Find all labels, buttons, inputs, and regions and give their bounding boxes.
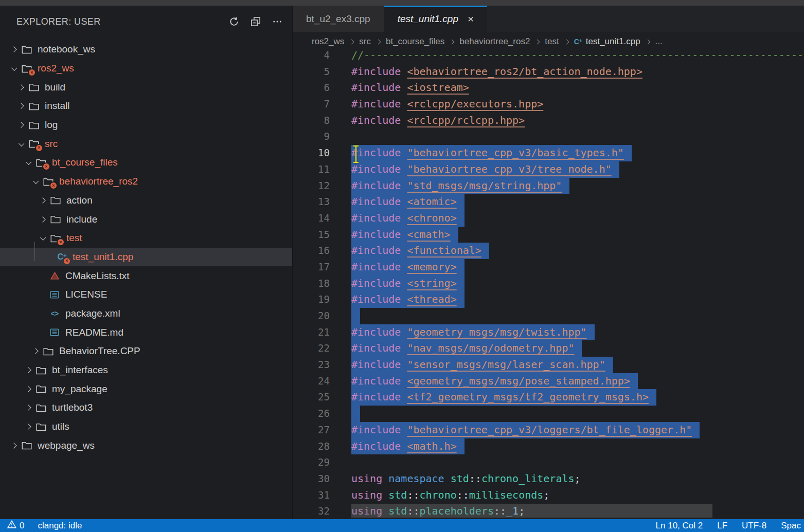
tree-item-src[interactable]: ×src	[0, 134, 292, 153]
tree-item-log[interactable]: log	[0, 116, 292, 135]
code-line-24[interactable]: 24#include <geometry_msgs/msg/pose_stamp…	[293, 373, 804, 390]
selection-highlight: #include "std_msgs/msg/string.hpp"	[351, 178, 569, 194]
line-number: 28	[293, 438, 330, 455]
code-line-17[interactable]: 17#include <memory>	[293, 259, 804, 276]
tree-item-test_unit1.cpp[interactable]: C+×test_unit1.cpp	[0, 248, 292, 267]
code-line-4[interactable]: 4//-------------------------------------…	[293, 51, 804, 64]
selection-highlight: #include "geometry_msgs/msg/twist.hpp"	[351, 324, 595, 341]
code-line-7[interactable]: 7#include <rclcpp/executors.hpp>	[293, 96, 804, 113]
tree-item-bt_course_files[interactable]: ×bt_course_files	[0, 153, 292, 172]
selection-highlight: #include <functional>	[351, 243, 489, 259]
code-line-21[interactable]: 21#include "geometry_msgs/msg/twist.hpp"	[293, 324, 804, 341]
chevron-right-icon	[376, 39, 381, 44]
chevron-down-icon	[30, 179, 41, 184]
line-text: #include <math.h>	[351, 438, 464, 455]
code-line-10[interactable]: 10#include "behaviortree_cpp_v3/basic_ty…	[293, 145, 804, 161]
line-number: 30	[293, 471, 330, 487]
code-line-15[interactable]: 15#include <cmath>	[293, 227, 804, 243]
line-number: 11	[293, 161, 330, 178]
tree-item-label: install	[45, 100, 70, 112]
breadcrumb-item-behaviortree_ros2[interactable]: behaviortree_ros2	[459, 36, 530, 47]
code-line-27[interactable]: 27#include "behaviortree_cpp_v3/loggers/…	[293, 422, 804, 438]
collapse-all-icon[interactable]	[249, 15, 262, 28]
code-line-14[interactable]: 14#include <chrono>	[293, 210, 804, 227]
modified-badge: ×	[63, 257, 71, 265]
code-line-8[interactable]: 8#include <rclcpp/rclcpp.hpp>	[293, 113, 804, 129]
tree-item-ros2_ws[interactable]: ×ros2_ws	[0, 59, 292, 78]
tree-item-bt_interfaces[interactable]: bt_interfaces	[0, 361, 292, 380]
code-line-22[interactable]: 22#include "nav_msgs/msg/odometry.hpp"	[293, 340, 804, 357]
tree-item-behaviortree_ros2[interactable]: ×behaviortree_ros2	[0, 172, 292, 191]
tree-item-utils[interactable]: utils	[0, 417, 292, 436]
tree-item-include[interactable]: include	[0, 210, 292, 229]
selection-highlight	[351, 406, 360, 422]
code-editor[interactable]: 4//-------------------------------------…	[293, 51, 804, 519]
breadcrumb-item-test_unit1.cpp[interactable]: test_unit1.cpp	[586, 36, 640, 47]
line-number: 15	[293, 227, 330, 243]
line-text: #include <iostream>	[351, 80, 469, 96]
code-line-30[interactable]: 30using namespace std::chrono_literals;	[293, 471, 804, 487]
breadcrumb-item-test[interactable]: test	[545, 36, 559, 47]
code-line-25[interactable]: 25#include <tf2_geometry_msgs/tf2_geomet…	[293, 389, 804, 406]
tab-bt_u2_ex3-cpp[interactable]: bt_u2_ex3.cpp	[293, 6, 384, 32]
tree-item-webpage_ws[interactable]: webpage_ws	[0, 436, 292, 455]
code-line-26[interactable]: 26	[293, 406, 804, 422]
tab-label: bt_u2_ex3.cpp	[306, 13, 370, 25]
more-actions-icon[interactable]	[271, 15, 284, 28]
tree-item-label: behaviortree_ros2	[59, 176, 138, 187]
folder-icon: ×	[28, 138, 40, 150]
tab-test_unit1-cpp[interactable]: test_unit1.cpp ×	[384, 6, 488, 32]
code-line-20[interactable]: 20	[293, 308, 804, 324]
code-line-9[interactable]: 9	[293, 129, 804, 145]
folder-icon	[49, 214, 62, 225]
code-line-19[interactable]: 19#include <thread>	[293, 291, 804, 308]
tree-item-install[interactable]: install	[0, 97, 292, 116]
line-text: #include <cmath>	[351, 227, 458, 243]
eol-indicator[interactable]: LF	[717, 521, 727, 531]
tree-item-label: src	[45, 138, 58, 150]
line-number: 22	[293, 340, 330, 357]
close-icon[interactable]: ×	[468, 13, 474, 24]
tree-item-README.md[interactable]: README.md	[0, 323, 292, 342]
tree-item-notebook_ws[interactable]: notebook_ws	[0, 40, 292, 59]
tree-item-action[interactable]: action	[0, 191, 292, 210]
line-text: #include <tf2_geometry_msgs/tf2_geometry…	[351, 389, 656, 406]
code-line-31[interactable]: 31using std::chrono::milliseconds;	[293, 487, 804, 504]
code-line-12[interactable]: 12#include "std_msgs/msg/string.hpp"	[293, 178, 804, 194]
cursor-position[interactable]: Ln 10, Col 2	[656, 521, 703, 531]
tree-item-LICENSE[interactable]: LICENSE	[0, 285, 292, 304]
tree-item-turtlebot3[interactable]: turtlebot3	[0, 398, 292, 417]
code-line-29[interactable]: 29	[293, 454, 804, 471]
horizontal-scrollbar[interactable]	[351, 504, 712, 518]
tree-item-test[interactable]: ×test	[0, 229, 292, 248]
line-number: 19	[293, 291, 330, 308]
breadcrumb-item-src[interactable]: src	[359, 36, 371, 47]
encoding-indicator[interactable]: UTF-8	[742, 521, 766, 531]
tree-item-build[interactable]: build	[0, 78, 292, 97]
breadcrumb-item-ros2_ws[interactable]: ros2_ws	[312, 36, 344, 47]
tree-item-CMakeLists.txt[interactable]: CMakeLists.txt	[0, 266, 292, 285]
tree-item-BehaviorTree.CPP[interactable]: BehaviorTree.CPP	[0, 342, 292, 361]
line-number: 14	[293, 210, 330, 227]
code-line-13[interactable]: 13#include <atomic>	[293, 194, 804, 210]
tree-item-my_package[interactable]: my_package	[0, 379, 292, 398]
code-line-11[interactable]: 11#include "behaviortree_cpp_v3/tree_nod…	[293, 161, 804, 178]
code-line-5[interactable]: 5#include <behaviortree_ros2/bt_action_n…	[293, 64, 804, 80]
clangd-status[interactable]: clangd: idle	[38, 521, 82, 531]
problems-indicator[interactable]: 0	[7, 520, 24, 531]
tree-item-label: bt_interfaces	[52, 364, 108, 376]
tree-item-package.xml[interactable]: <>package.xml	[0, 304, 292, 323]
line-text: #include <atomic>	[351, 194, 464, 210]
code-line-6[interactable]: 6#include <iostream>	[293, 80, 804, 96]
breadcrumb-item-...[interactable]: ...	[655, 36, 663, 47]
explorer-actions	[227, 15, 284, 28]
refresh-icon[interactable]	[227, 15, 241, 28]
code-line-23[interactable]: 23#include "sensor_msgs/msg/laser_scan.h…	[293, 357, 804, 373]
chevron-right-icon	[23, 368, 34, 372]
breadcrumb-item-bt_course_files[interactable]: bt_course_files	[386, 36, 444, 47]
code-line-18[interactable]: 18#include <string>	[293, 276, 804, 292]
code-line-16[interactable]: 16#include <functional>	[293, 243, 804, 259]
indentation-indicator[interactable]: Spac	[781, 521, 801, 531]
line-text: #include <rclcpp/executors.hpp>	[351, 96, 543, 113]
code-line-28[interactable]: 28#include <math.h>	[293, 438, 804, 455]
